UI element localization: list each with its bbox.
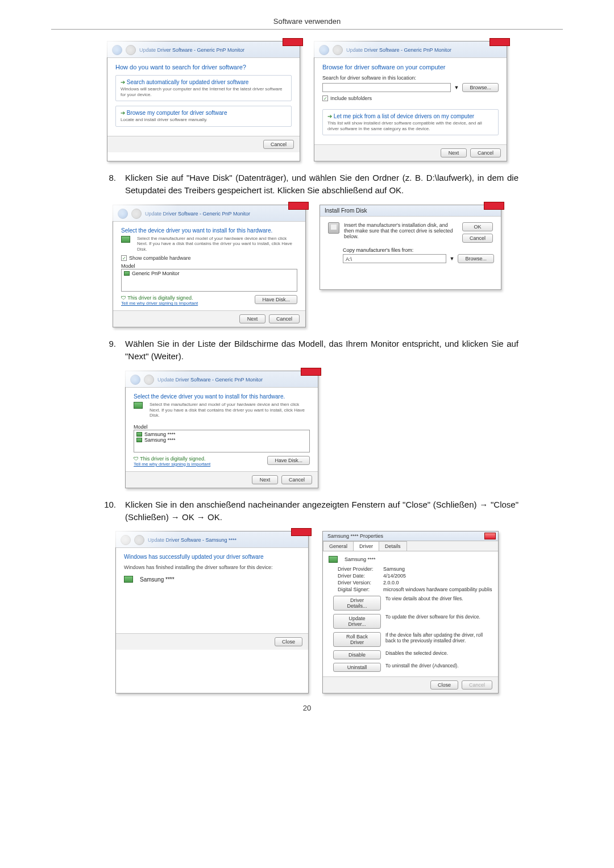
cancel-button[interactable]: Cancel — [269, 314, 300, 323]
label-date: Driver Date: — [338, 573, 383, 579]
list-item[interactable]: Samsung **** — [136, 437, 307, 443]
dialog-heading: Select the device driver you want to ins… — [134, 393, 310, 400]
column-header-model: Model — [121, 263, 297, 269]
back-icon[interactable] — [319, 45, 329, 55]
back-icon[interactable] — [112, 45, 122, 55]
success-heading: Windows has successfully updated your dr… — [124, 554, 300, 560]
cancel-button[interactable]: Cancel — [281, 475, 312, 484]
back-icon — [121, 535, 131, 545]
close-button[interactable]: Close — [275, 637, 302, 646]
model-name: Samsung **** — [144, 431, 176, 437]
back-icon[interactable] — [118, 209, 128, 219]
cancel-button[interactable]: Cancel — [263, 140, 294, 149]
roll-back-button[interactable]: Roll Back Driver — [333, 632, 381, 647]
show-compatible-checkbox[interactable]: ✓ Show compatible hardware — [121, 255, 297, 261]
breadcrumb: Update Driver Software - Generic PnP Mon… — [314, 41, 507, 58]
breadcrumb: Update Driver Software - Samsung **** — [116, 531, 308, 548]
close-button[interactable]: Close — [430, 680, 458, 690]
next-button[interactable]: Next — [239, 314, 265, 323]
breadcrumb-text: Update Driver Software - Generic PnP Mon… — [346, 47, 451, 53]
option-browse-computer[interactable]: Browse my computer for driver software L… — [115, 106, 292, 127]
driver-signing-link[interactable]: Tell me why driver signing is important — [134, 462, 210, 467]
driver-signed-label: 🛡 This driver is digitally signed. — [121, 295, 198, 301]
option-title: Browse my computer for driver software — [121, 110, 287, 116]
have-disk-button[interactable]: Have Disk... — [255, 295, 297, 304]
option-title: Let me pick from a list of device driver… — [327, 113, 493, 119]
value-provider: Samsung — [383, 566, 492, 572]
cancel-button[interactable]: Cancel — [462, 234, 493, 243]
breadcrumb-text: Update Driver Software - Generic PnP Mon… — [145, 211, 250, 217]
option-let-me-pick[interactable]: Let me pick from a list of device driver… — [322, 109, 499, 135]
checkbox-label: Show compatible hardware — [129, 255, 191, 261]
device-name: Samsung **** — [140, 576, 175, 583]
list-item[interactable]: Generic PnP Monitor — [124, 271, 294, 276]
value-version: 2.0.0.0 — [383, 580, 492, 585]
dialog-install-from-disk: Install From Disk Insert the manufacture… — [320, 205, 501, 290]
path-input[interactable] — [322, 83, 451, 92]
include-subfolders-checkbox[interactable]: ✓ Include subfolders — [322, 95, 499, 101]
close-icon[interactable] — [283, 38, 303, 46]
monitor-icon — [134, 402, 143, 409]
driver-details-button[interactable]: Driver Details... — [333, 596, 381, 610]
dialog-browse-driver: Update Driver Software - Generic PnP Mon… — [314, 41, 507, 161]
step-number: 9. — [102, 338, 116, 363]
close-icon[interactable] — [288, 202, 309, 210]
step-10: 10. Klicken Sie in den anschießend nache… — [102, 499, 518, 524]
dialog-heading: Select the device driver you want to ins… — [121, 227, 297, 234]
update-driver-button[interactable]: Update Driver... — [333, 614, 381, 629]
dialog-heading: How do you want to search for driver sof… — [115, 64, 292, 70]
monitor-icon — [121, 236, 130, 243]
list-item[interactable]: Samsung **** — [136, 431, 307, 437]
next-button[interactable]: Next — [252, 475, 278, 484]
checkbox-label: Include subfolders — [330, 95, 372, 101]
dialog-update-driver-search: Update Driver Software - Generic PnP Mon… — [107, 41, 300, 161]
close-icon[interactable] — [291, 528, 312, 536]
step-number: 10. — [102, 499, 116, 524]
dialog-subtext: Select the manufacturer and model of you… — [150, 402, 310, 418]
close-icon[interactable] — [489, 38, 510, 46]
path-value: A:\ — [346, 256, 352, 262]
option-subtitle: This list will show installed driver sof… — [327, 121, 493, 131]
roll-back-desc: If the device fails after updating the d… — [385, 632, 492, 643]
next-button[interactable]: Next — [441, 148, 467, 157]
ok-button[interactable]: OK — [462, 222, 493, 231]
driver-signing-link[interactable]: Tell me why driver signing is important — [121, 301, 198, 306]
have-disk-button[interactable]: Have Disk... — [267, 456, 310, 465]
close-icon[interactable] — [301, 368, 321, 376]
copy-from-input[interactable]: A:\ — [343, 254, 446, 263]
uninstall-button[interactable]: Uninstall — [333, 663, 381, 672]
option-subtitle: Locate and install driver software manua… — [121, 117, 287, 123]
model-name: Generic PnP Monitor — [132, 271, 179, 276]
update-driver-desc: To update the driver software for this d… — [385, 614, 492, 620]
forward-icon — [131, 209, 142, 219]
checkbox-icon: ✓ — [121, 255, 127, 261]
option-search-automatically[interactable]: Search automatically for updated driver … — [115, 75, 292, 101]
forward-icon — [144, 375, 154, 385]
browse-button[interactable]: Browse... — [458, 254, 494, 263]
model-listbox[interactable]: Generic PnP Monitor — [121, 269, 297, 292]
dialog-select-driver-samsung: Update Driver Software - Generic PnP Mon… — [125, 371, 318, 488]
search-location-label: Search for driver software in this locat… — [322, 75, 499, 81]
cancel-button[interactable]: Cancel — [470, 148, 501, 157]
monitor-icon — [124, 271, 130, 276]
breadcrumb: Update Driver Software - Generic PnP Mon… — [126, 371, 318, 388]
close-icon[interactable] — [484, 202, 504, 210]
browse-button[interactable]: Browse... — [462, 83, 499, 92]
cancel-button: Cancel — [462, 680, 492, 690]
model-listbox[interactable]: Samsung **** Samsung **** — [134, 430, 310, 452]
tab-details[interactable]: Details — [379, 541, 407, 551]
step-8: 8. Klicken Sie auf "Have Disk" (Datenträ… — [102, 172, 518, 197]
dialog-device-properties: Samsung **** Properties General Driver D… — [322, 531, 499, 693]
value-date: 4/14/2005 — [383, 573, 492, 579]
monitor-icon — [329, 556, 338, 563]
disk-icon — [328, 222, 339, 234]
dialog-subtext: Select the manufacturer and model of you… — [137, 236, 297, 252]
back-icon[interactable] — [130, 375, 140, 385]
close-icon[interactable] — [484, 533, 496, 539]
column-header-model: Model — [134, 424, 310, 430]
disable-button[interactable]: Disable — [333, 650, 381, 659]
tab-driver[interactable]: Driver — [353, 541, 379, 551]
option-subtitle: Windows will search your computer and th… — [121, 86, 287, 97]
breadcrumb-text: Update Driver Software - Generic PnP Mon… — [157, 377, 263, 383]
tab-general[interactable]: General — [323, 541, 354, 551]
